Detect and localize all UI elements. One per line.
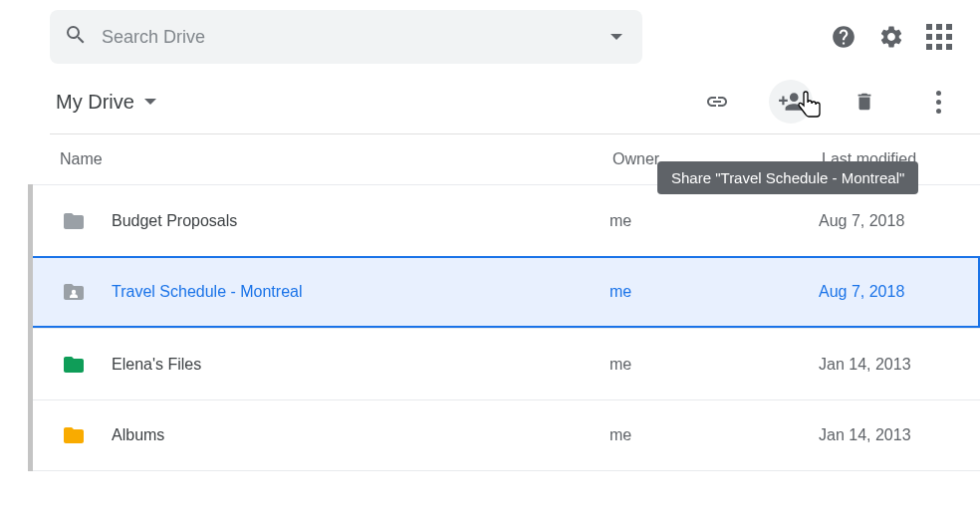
file-owner: me [610,283,819,301]
folder-icon [60,423,88,447]
breadcrumb-label: My Drive [56,91,134,114]
apps-grid-icon[interactable] [926,24,952,50]
search-box[interactable] [50,10,642,64]
top-icons [831,24,952,50]
more-options-button[interactable] [916,80,960,124]
file-name: Travel Schedule - Montreal [112,283,610,301]
delete-button[interactable] [843,80,886,124]
file-modified: Aug 7, 2018 [819,212,980,230]
folder-icon [60,209,88,233]
file-owner: me [610,212,819,230]
file-name: Elena's Files [112,356,610,374]
file-owner: me [610,356,819,374]
file-list: Budget ProposalsmeAug 7, 2018Travel Sche… [28,184,980,471]
action-icons [695,80,960,124]
file-modified: Aug 7, 2018 [819,283,978,301]
folder-icon [60,280,88,304]
search-options-dropdown-icon[interactable] [611,34,622,40]
file-modified: Jan 14, 2013 [819,426,980,444]
help-icon[interactable] [831,24,857,50]
file-row[interactable]: Elena's FilesmeJan 14, 2013 [28,328,980,399]
get-link-button[interactable] [695,80,739,124]
file-name: Budget Proposals [112,212,610,230]
search-input[interactable] [100,26,599,49]
svg-point-0 [72,290,76,294]
share-button[interactable] [769,80,813,124]
search-icon [64,23,88,51]
file-owner: me [610,426,819,444]
file-name: Albums [112,426,610,444]
more-vert-icon [936,91,941,114]
breadcrumb[interactable]: My Drive [56,91,156,114]
folder-icon [60,353,88,377]
chevron-down-icon [144,99,156,105]
share-tooltip: Share "Travel Schedule - Montreal" [657,161,918,194]
gear-icon[interactable] [878,24,904,50]
toolbar: My Drive [0,74,980,133]
column-name[interactable]: Name [60,150,612,168]
file-modified: Jan 14, 2013 [819,356,980,374]
topbar [0,0,980,74]
file-row[interactable]: Travel Schedule - MontrealmeAug 7, 2018 [28,256,980,328]
file-row[interactable]: AlbumsmeJan 14, 2013 [28,399,980,471]
scroll-indicator[interactable] [28,184,33,471]
file-row[interactable]: Budget ProposalsmeAug 7, 2018 [28,184,980,256]
